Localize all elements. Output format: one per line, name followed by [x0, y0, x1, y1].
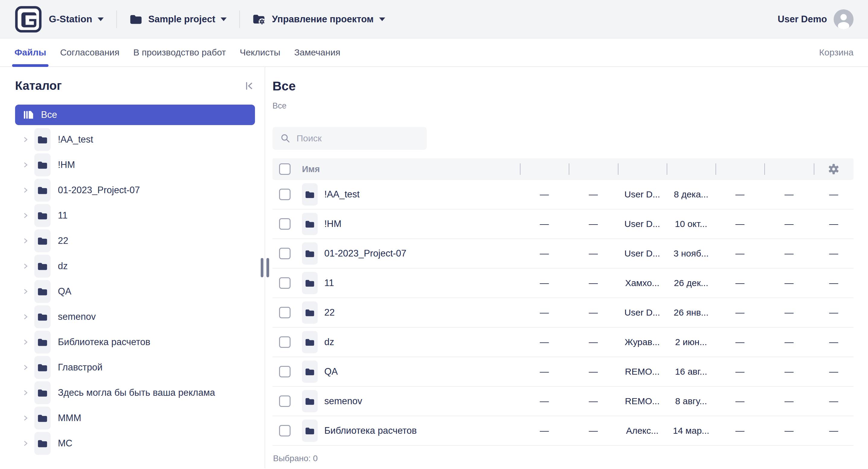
sidebar-folder-item[interactable]: Библиотека расчетов	[15, 330, 255, 355]
table-row[interactable]: 11 — — Хамхо... 26 дек... — — —	[273, 269, 854, 298]
row-checkbox[interactable]	[279, 425, 290, 436]
table-row[interactable]: Библиотека расчетов — — Алекс... 14 мар.…	[273, 416, 854, 446]
folder-name: semenov	[58, 311, 96, 322]
sidebar-folder-item[interactable]: Здесь могла бы быть ваша реклама	[15, 380, 255, 405]
breadcrumb[interactable]: Все	[273, 101, 854, 111]
table-row[interactable]: dz — — Журав... 2 июн... — — —	[273, 327, 854, 357]
folder-icon	[34, 179, 51, 201]
cell-owner: Алекс...	[618, 426, 667, 436]
cell-size: —	[520, 307, 569, 318]
project-selector[interactable]: Sample project	[130, 14, 227, 25]
resize-handle[interactable]	[261, 258, 269, 277]
gear-icon	[827, 163, 840, 176]
sidebar-folder-item[interactable]: МС	[15, 431, 255, 456]
section-selector[interactable]: Управление проектом	[253, 13, 385, 25]
sidebar-folder-item[interactable]: 22	[15, 228, 255, 253]
chevron-right-icon[interactable]	[22, 364, 30, 371]
sidebar-folder-item[interactable]: Главстрой	[15, 355, 255, 380]
table-row[interactable]: 01-2023_Project-07 — — User D... 3 нояб.…	[273, 239, 854, 269]
folder-icon	[302, 242, 318, 264]
cell-extra2: —	[764, 219, 814, 229]
cell-version: —	[569, 396, 618, 406]
cell-version: —	[569, 278, 618, 288]
folder-icon	[34, 280, 51, 303]
cell-size: —	[520, 219, 569, 229]
row-checkbox[interactable]	[279, 277, 290, 289]
sidebar-folder-item[interactable]: QA	[15, 279, 255, 304]
table-row[interactable]: 22 — — User D... 26 янв... — — —	[273, 298, 854, 327]
chevron-right-icon[interactable]	[22, 237, 30, 245]
cell-date: 14 мар...	[667, 426, 715, 436]
chevron-right-icon[interactable]	[22, 389, 30, 397]
folder-name: 01-2023_Project-07	[58, 185, 140, 196]
row-checkbox[interactable]	[279, 396, 290, 407]
collapse-sidebar-icon[interactable]	[243, 80, 255, 92]
cell-owner: REMO...	[618, 396, 667, 406]
column-divider[interactable]	[764, 158, 814, 180]
table-row[interactable]: !AA_test — — User D... 8 дека... — — —	[273, 180, 854, 210]
sidebar-folder-item[interactable]: 11	[15, 203, 255, 228]
cell-extra2: —	[764, 248, 814, 259]
file-name: 22	[324, 307, 335, 318]
row-checkbox[interactable]	[279, 218, 290, 230]
row-checkbox[interactable]	[279, 189, 290, 200]
folder-icon	[302, 272, 318, 294]
sidebar-folder-item[interactable]: 01-2023_Project-07	[15, 178, 255, 203]
table-row[interactable]: semenov — — REMO... 8 авгу... — — —	[273, 387, 854, 416]
cell-date: 16 авг...	[667, 367, 715, 377]
tab[interactable]: В производство работ	[133, 39, 226, 66]
search-input[interactable]	[297, 133, 423, 144]
chevron-right-icon[interactable]	[22, 161, 30, 169]
tab[interactable]: Файлы	[14, 39, 46, 66]
tab-trash[interactable]: Корзина	[819, 47, 854, 58]
chevron-right-icon[interactable]	[22, 136, 30, 144]
tab[interactable]: Согласования	[60, 39, 119, 66]
app-switcher[interactable]: G-Station	[14, 5, 104, 33]
row-checkbox[interactable]	[279, 248, 290, 259]
cell-version: —	[569, 189, 618, 199]
chevron-right-icon[interactable]	[22, 287, 30, 295]
table-row[interactable]: QA — — REMO... 16 авг... — — —	[273, 357, 854, 387]
folder-icon	[34, 356, 51, 379]
search-icon	[280, 133, 290, 144]
sidebar-folder-item[interactable]: !AA_test	[15, 127, 255, 152]
avatar[interactable]	[834, 9, 854, 29]
column-divider[interactable]	[667, 158, 715, 180]
chevron-right-icon[interactable]	[22, 338, 30, 346]
chevron-right-icon[interactable]	[22, 414, 30, 422]
folder-icon	[130, 14, 142, 25]
column-divider[interactable]	[618, 158, 667, 180]
cell-date: 26 янв...	[667, 307, 715, 318]
chevron-right-icon[interactable]	[22, 262, 30, 270]
cell-extra3: —	[814, 426, 854, 436]
table-settings-button[interactable]	[814, 158, 854, 180]
column-divider[interactable]	[520, 158, 569, 180]
folder-icon	[302, 183, 318, 206]
column-divider[interactable]	[569, 158, 618, 180]
chevron-down-icon	[379, 18, 385, 21]
chevron-right-icon[interactable]	[22, 212, 30, 219]
tab[interactable]: Чеклисты	[240, 39, 280, 66]
sidebar-folder-item[interactable]: МММ	[15, 405, 255, 431]
cell-extra1: —	[715, 278, 764, 288]
chevron-right-icon[interactable]	[22, 186, 30, 194]
cell-extra2: —	[764, 396, 814, 406]
row-checkbox[interactable]	[279, 336, 290, 348]
sidebar-folder-item[interactable]: dz	[15, 253, 255, 279]
sidebar-folder-item[interactable]: !HM	[15, 152, 255, 178]
tab[interactable]: Замечания	[294, 39, 340, 66]
column-divider[interactable]	[715, 158, 764, 180]
sidebar-item-all[interactable]: Все	[15, 104, 255, 125]
cell-extra1: —	[715, 426, 764, 436]
chevron-right-icon[interactable]	[22, 439, 30, 447]
row-checkbox[interactable]	[279, 307, 290, 318]
table-row[interactable]: !HM — — User D... 10 окт... — — —	[273, 210, 854, 239]
sidebar-folder-item[interactable]: semenov	[15, 304, 255, 330]
chevron-right-icon[interactable]	[22, 313, 30, 321]
cell-extra3: —	[814, 337, 854, 347]
select-all-checkbox[interactable]	[279, 163, 290, 175]
row-checkbox[interactable]	[279, 366, 290, 377]
folder-icon	[34, 128, 51, 151]
cell-extra1: —	[715, 189, 764, 199]
header-divider	[116, 10, 117, 28]
